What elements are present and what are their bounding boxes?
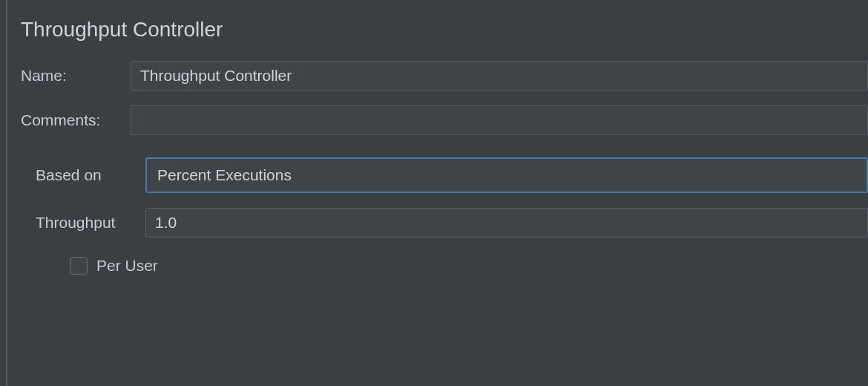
per-user-label: Per User — [96, 257, 158, 275]
based-on-row: Based on — [36, 157, 868, 193]
throughput-row: Throughput — [36, 208, 868, 238]
throughput-label: Throughput — [36, 214, 145, 232]
throughput-controller-panel: Throughput Controller Name: Comments: Ba… — [0, 0, 868, 275]
name-row: Name: — [21, 61, 868, 91]
comments-label: Comments: — [21, 111, 131, 129]
panel-left-border — [6, 0, 7, 386]
name-label: Name: — [21, 67, 131, 85]
config-group: Based on Throughput Per User — [21, 157, 868, 275]
based-on-select-wrapper — [145, 157, 868, 193]
per-user-row: Per User — [36, 257, 868, 275]
comments-row: Comments: — [21, 105, 868, 135]
comments-input[interactable] — [131, 105, 868, 135]
based-on-select[interactable] — [145, 157, 868, 193]
panel-title: Throughput Controller — [21, 18, 868, 42]
per-user-checkbox[interactable] — [70, 257, 88, 275]
throughput-input[interactable] — [145, 208, 868, 238]
based-on-label: Based on — [36, 166, 145, 184]
name-input[interactable] — [131, 61, 868, 91]
